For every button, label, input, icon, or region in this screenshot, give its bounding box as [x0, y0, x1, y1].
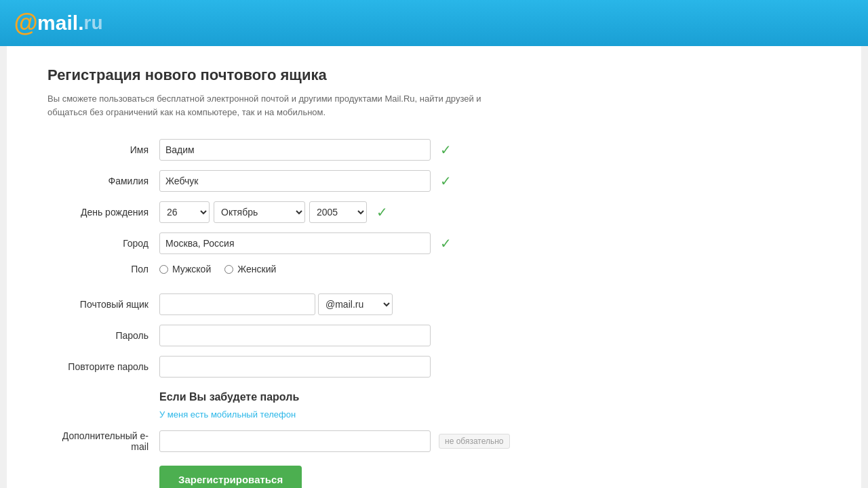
- password-row: Пароль: [47, 325, 576, 346]
- main-container: Регистрация нового почтового ящика Вы см…: [7, 46, 861, 488]
- surname-row: Фамилия ✓: [47, 170, 576, 192]
- header: @ mail . ru: [0, 0, 868, 46]
- spacer: [47, 284, 576, 293]
- extra-email-row: Дополнительный e-mail не обязательно: [47, 430, 576, 452]
- confirm-password-input[interactable]: [159, 356, 431, 378]
- gender-male-radio[interactable]: [159, 265, 168, 274]
- gender-row: Пол Мужской Женский: [47, 264, 576, 274]
- logo: @ mail . ru: [14, 9, 102, 37]
- city-label: Город: [47, 238, 159, 249]
- gender-radio-group: Мужской Женский: [159, 264, 276, 274]
- page-subtitle: Вы сможете пользоваться бесплатной элект…: [47, 92, 509, 119]
- password-label: Пароль: [47, 330, 159, 341]
- logo-dot: .: [78, 12, 83, 35]
- mobile-phone-link[interactable]: У меня есть мобильный телефон: [159, 409, 296, 420]
- submit-area: Зарегистрироваться: [159, 466, 576, 488]
- name-controls: ✓: [159, 139, 576, 161]
- gender-controls: Мужской Женский: [159, 264, 576, 274]
- email-label: Почтовый ящик: [47, 299, 159, 310]
- confirm-password-controls: [159, 356, 576, 378]
- logo-at-symbol: @: [14, 9, 37, 37]
- extra-email-controls: не обязательно: [159, 430, 576, 452]
- surname-input[interactable]: [159, 170, 431, 192]
- gender-female-option[interactable]: Женский: [224, 264, 276, 274]
- gender-male-label: Мужской: [172, 264, 211, 274]
- page-title: Регистрация нового почтового ящика: [47, 66, 821, 84]
- extra-email-input[interactable]: [159, 430, 431, 452]
- gender-label: Пол: [47, 264, 159, 274]
- birthday-checkmark: ✓: [376, 204, 388, 220]
- password-controls: [159, 325, 576, 346]
- email-domain-select[interactable]: @mail.ru@inbox.ru@list.ru@bk.ru: [318, 293, 393, 315]
- gender-female-label: Женский: [237, 264, 276, 274]
- surname-label: Фамилия: [47, 176, 159, 186]
- birthday-month-select[interactable]: ЯнварьФевральМартАпрельМайИюньИюльАвгуст…: [214, 201, 305, 223]
- surname-checkmark: ✓: [440, 173, 452, 189]
- city-checkmark: ✓: [440, 235, 452, 251]
- recovery-title: Если Вы забудете пароль: [159, 391, 576, 403]
- registration-form: Имя ✓ Фамилия ✓ День рождения 1234567891…: [47, 139, 576, 488]
- confirm-password-row: Повторите пароль: [47, 356, 576, 378]
- email-input[interactable]: [159, 293, 315, 315]
- birthday-label: День рождения: [47, 207, 159, 218]
- recovery-section: Если Вы забудете пароль У меня есть моби…: [159, 391, 576, 420]
- birthday-row: День рождения 12345678910111213141516171…: [47, 201, 576, 223]
- city-input[interactable]: [159, 232, 431, 254]
- city-row: Город ✓: [47, 232, 576, 254]
- logo-mail-text: mail: [37, 12, 78, 35]
- birthday-controls: 1234567891011121314151617181920212223242…: [159, 201, 576, 223]
- name-row: Имя ✓: [47, 139, 576, 161]
- name-checkmark: ✓: [440, 142, 452, 158]
- extra-email-label: Дополнительный e-mail: [47, 430, 159, 452]
- name-input[interactable]: [159, 139, 431, 161]
- email-row: Почтовый ящик @mail.ru@inbox.ru@list.ru@…: [47, 293, 576, 315]
- optional-badge: не обязательно: [439, 434, 510, 449]
- logo-ru-text: ru: [83, 12, 102, 34]
- password-input[interactable]: [159, 325, 431, 346]
- email-controls: @mail.ru@inbox.ru@list.ru@bk.ru: [159, 293, 576, 315]
- gender-female-radio[interactable]: [224, 265, 233, 274]
- birthday-year-select[interactable]: 2015201420132012201120102009200820072006…: [309, 201, 367, 223]
- confirm-password-label: Повторите пароль: [47, 361, 159, 372]
- city-controls: ✓: [159, 232, 576, 254]
- birthday-day-select[interactable]: 1234567891011121314151617181920212223242…: [159, 201, 210, 223]
- name-label: Имя: [47, 144, 159, 155]
- surname-controls: ✓: [159, 170, 576, 192]
- submit-button[interactable]: Зарегистрироваться: [159, 466, 302, 488]
- gender-male-option[interactable]: Мужской: [159, 264, 211, 274]
